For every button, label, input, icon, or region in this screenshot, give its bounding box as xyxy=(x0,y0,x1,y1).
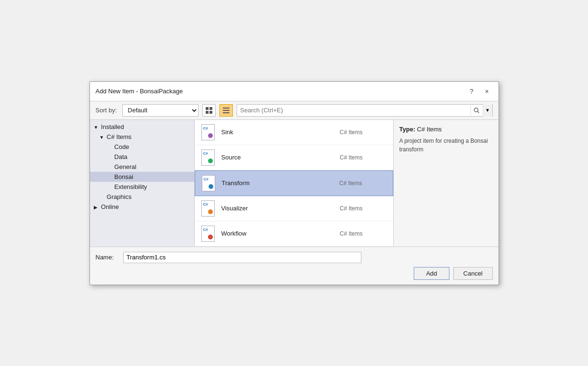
svg-point-7 xyxy=(474,108,478,112)
search-container: ▼ xyxy=(237,104,492,117)
arrow-icon: ▶ xyxy=(94,205,100,210)
name-input[interactable] xyxy=(123,252,361,263)
sort-label: Sort by: xyxy=(96,107,117,114)
sidebar-item-installed[interactable]: ▼ Installed xyxy=(90,122,194,132)
item-name-source: Source xyxy=(221,154,340,161)
add-new-item-dialog: Add New Item - BonsaiPackage ? × Sort by… xyxy=(90,81,499,285)
item-name-visualizer: Visualizer xyxy=(221,205,340,212)
arrow-icon xyxy=(107,155,113,160)
sidebar-item-data[interactable]: Data xyxy=(90,152,194,162)
svg-rect-6 xyxy=(223,112,229,113)
grid-icon xyxy=(206,107,212,114)
title-bar-buttons: ? × xyxy=(466,86,493,97)
item-icon-workflow xyxy=(200,225,216,242)
arrow-icon xyxy=(107,175,113,180)
item-name-sink: Sink xyxy=(221,129,340,136)
detail-type-value: C# Items xyxy=(417,126,442,133)
arrow-icon xyxy=(107,185,113,190)
add-button[interactable]: Add xyxy=(414,267,449,280)
list-item-transform[interactable]: Transform C# Items xyxy=(195,170,393,196)
item-icon-visualizer xyxy=(200,200,216,217)
dialog-title: Add New Item - BonsaiPackage xyxy=(96,88,183,95)
sidebar-item-bonsai[interactable]: Bonsai xyxy=(90,172,194,182)
svg-rect-1 xyxy=(209,107,212,110)
detail-description: A project item for creating a Bonsai tra… xyxy=(399,137,493,154)
item-category-transform: C# Items xyxy=(339,180,387,187)
svg-rect-5 xyxy=(223,110,229,111)
item-category-workflow: C# Items xyxy=(340,230,388,237)
search-dropdown-button[interactable]: ▼ xyxy=(483,104,492,117)
close-button[interactable]: × xyxy=(481,86,493,97)
content-area: ▼ Installed ▼ C# Items Code Data General… xyxy=(90,120,498,247)
list-icon xyxy=(223,107,229,114)
button-row: Add Cancel xyxy=(96,267,493,280)
name-row: Name: xyxy=(96,252,493,263)
arrow-icon: ▼ xyxy=(94,125,100,130)
list-item-workflow[interactable]: Workflow C# Items xyxy=(195,221,393,247)
bottom-bar: Name: Add Cancel xyxy=(90,247,498,285)
item-icon-source xyxy=(200,149,216,166)
svg-line-8 xyxy=(478,111,479,113)
arrow-icon xyxy=(100,195,105,200)
item-icon-transform xyxy=(201,175,216,192)
item-category-source: C# Items xyxy=(340,154,388,161)
svg-rect-2 xyxy=(206,111,209,114)
svg-rect-0 xyxy=(206,107,209,110)
arrow-icon: ▼ xyxy=(100,135,105,140)
title-bar: Add New Item - BonsaiPackage ? × xyxy=(90,82,498,101)
detail-type: Type: C# Items xyxy=(399,126,493,133)
search-button[interactable] xyxy=(470,104,483,117)
list-item-visualizer[interactable]: Visualizer C# Items xyxy=(195,196,393,221)
item-icon-sink xyxy=(200,124,216,141)
toolbar: Sort by: Default xyxy=(90,101,498,120)
list-item-source[interactable]: Source C# Items xyxy=(195,145,393,170)
detail-type-label: Type: xyxy=(399,126,416,133)
sidebar-item-csharp-items[interactable]: ▼ C# Items xyxy=(90,132,194,142)
name-label: Name: xyxy=(96,254,120,261)
item-name-workflow: Workflow xyxy=(221,230,340,237)
help-button[interactable]: ? xyxy=(466,86,478,97)
item-category-sink: C# Items xyxy=(340,129,388,136)
arrow-icon xyxy=(107,145,113,150)
detail-panel: Type: C# Items A project item for creati… xyxy=(394,120,498,247)
svg-rect-3 xyxy=(209,111,212,114)
sidebar-item-graphics[interactable]: Graphics xyxy=(90,192,194,202)
sidebar-item-extensibility[interactable]: Extensibility xyxy=(90,182,194,192)
search-icon xyxy=(474,108,479,113)
items-list: Sink C# Items Source C# Items xyxy=(195,120,394,247)
item-name-transform: Transform xyxy=(222,179,339,187)
sidebar: ▼ Installed ▼ C# Items Code Data General… xyxy=(90,120,195,247)
sidebar-item-online[interactable]: ▶ Online xyxy=(90,202,194,212)
search-input[interactable] xyxy=(237,107,470,114)
grid-view-button[interactable] xyxy=(202,104,216,117)
list-view-button[interactable] xyxy=(219,104,233,117)
arrow-icon xyxy=(107,165,113,170)
list-item-sink[interactable]: Sink C# Items xyxy=(195,120,393,145)
sort-select[interactable]: Default xyxy=(122,104,199,117)
sidebar-item-general[interactable]: General xyxy=(90,162,194,172)
svg-rect-4 xyxy=(223,108,229,109)
cancel-button[interactable]: Cancel xyxy=(453,267,492,280)
item-category-visualizer: C# Items xyxy=(340,205,388,212)
sidebar-item-code[interactable]: Code xyxy=(90,142,194,152)
